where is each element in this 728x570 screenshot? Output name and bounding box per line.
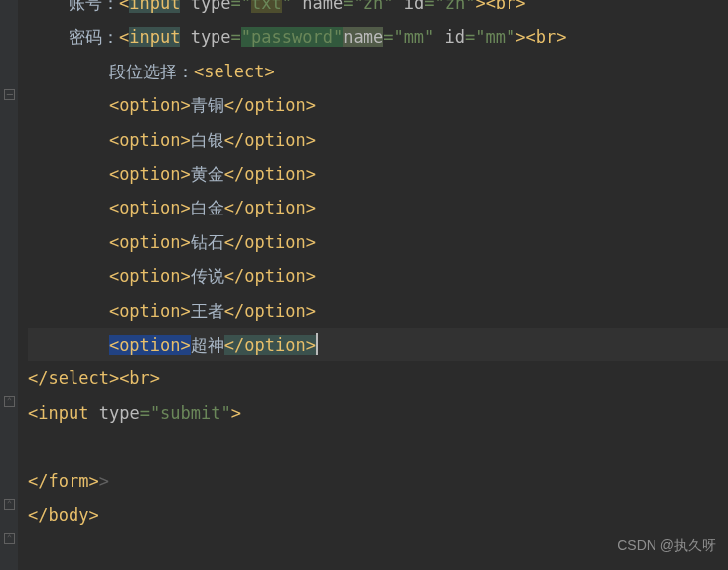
code-line[interactable]: <option>王者</option> <box>28 294 728 328</box>
fold-marker-icon[interactable]: ⌃ <box>4 533 15 544</box>
code-line[interactable]: </form>> <box>28 464 728 498</box>
code-line[interactable]: <input type="submit"> <box>28 396 728 430</box>
code-line[interactable]: <option>钻石</option> <box>28 225 728 259</box>
code-line[interactable]: 密码：<input type="password"name="mm" id="m… <box>28 20 728 54</box>
code-line[interactable]: 段位选择：<select> <box>28 55 728 88</box>
code-line[interactable]: <option>青铜</option> <box>28 88 728 122</box>
code-line[interactable]: <option>超神</option> <box>28 328 728 361</box>
code-line[interactable] <box>28 430 728 464</box>
code-content[interactable]: 账号：<input type="txt" name="zh" id="zh"><… <box>18 0 728 532</box>
code-editor[interactable]: <h2>............</h2> 账号：<input type="tx… <box>0 0 728 532</box>
watermark: CSDN @执久呀 <box>617 528 716 562</box>
code-line[interactable]: 账号：<input type="txt" name="zh" id="zh"><… <box>28 0 728 20</box>
code-line[interactable]: </select><br> <box>28 361 728 395</box>
code-line[interactable]: <option>白银</option> <box>28 123 728 157</box>
code-line[interactable]: <option>白金</option> <box>28 191 728 224</box>
code-line[interactable]: <option>传说</option> <box>28 259 728 293</box>
code-line[interactable]: <option>黄金</option> <box>28 157 728 191</box>
